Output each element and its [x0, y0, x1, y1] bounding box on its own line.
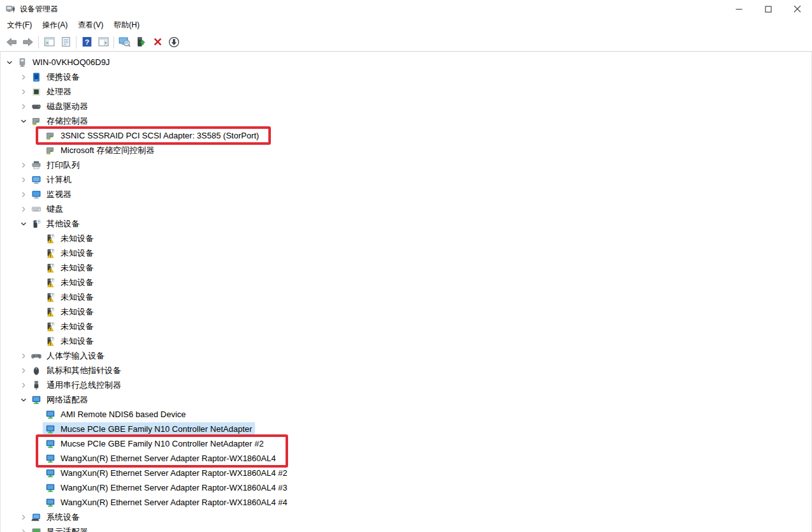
disable-device-button[interactable]: [166, 34, 182, 50]
chevron-collapsed-icon[interactable]: [18, 527, 29, 532]
menu-item[interactable]: 文件(F): [2, 17, 37, 33]
tree-row[interactable]: 通用串行总线控制器: [1, 378, 811, 392]
chevron-collapsed-icon[interactable]: [18, 189, 29, 200]
device-label: 鼠标和其他指针设备: [45, 364, 122, 377]
tree-row[interactable]: 显示适配器: [1, 524, 811, 532]
tree-row[interactable]: 磁盘驱动器: [1, 99, 811, 114]
network-adapter-icon: [31, 395, 41, 405]
device-label: 人体学输入设备: [45, 350, 106, 362]
chevron-collapsed-icon[interactable]: [18, 72, 29, 82]
tree-row[interactable]: 打印队列: [1, 158, 811, 172]
network-adapter-icon: [45, 424, 55, 434]
menu-item[interactable]: 帮助(H): [108, 17, 145, 33]
update-driver-button[interactable]: [133, 34, 149, 50]
tree-row[interactable]: 网络适配器: [1, 392, 811, 407]
tree-row[interactable]: ?未知设备: [1, 231, 811, 246]
chevron-collapsed-icon[interactable]: [18, 175, 29, 185]
chevron-collapsed-icon[interactable]: [18, 101, 29, 112]
tree-row[interactable]: ?未知设备: [1, 246, 811, 260]
tree-row[interactable]: 人体学输入设备: [1, 348, 811, 363]
maximize-icon: [765, 6, 772, 13]
tree-row[interactable]: 系统设备: [1, 510, 811, 524]
tree-row[interactable]: WangXun(R) Ethernet Server Adapter Rapto…: [1, 451, 811, 466]
update-driver-icon: [135, 36, 147, 48]
tree-row[interactable]: WIN-0VKHOQ06D9J: [1, 55, 811, 70]
chevron-collapsed-icon[interactable]: [18, 351, 29, 361]
svg-text:?: ?: [38, 220, 40, 224]
tree-row[interactable]: AMI Remote NDIS6 based Device: [1, 407, 811, 422]
tree-row[interactable]: WangXun(R) Ethernet Server Adapter Rapto…: [1, 480, 811, 495]
chevron-placeholder: [33, 131, 43, 141]
chevron-collapsed-icon[interactable]: [18, 160, 29, 170]
back-button[interactable]: [3, 34, 20, 50]
forward-button[interactable]: [20, 34, 36, 50]
minimize-button[interactable]: [724, 0, 753, 18]
row-content: 键盘: [29, 202, 66, 216]
row-content: 通用串行总线控制器: [29, 378, 124, 392]
network-adapter-icon: [45, 454, 55, 464]
tree-row[interactable]: ?未知设备: [1, 275, 811, 290]
tree-row[interactable]: Microsoft 存储空间控制器: [1, 143, 811, 158]
system-device-icon: [31, 512, 41, 522]
network-adapter-icon: [45, 498, 55, 508]
chevron-collapsed-icon[interactable]: [18, 204, 29, 214]
forward-arrow-icon: [22, 36, 34, 48]
scan-hardware-changes-button[interactable]: [116, 34, 133, 50]
chevron-placeholder: [33, 145, 43, 156]
tree-row[interactable]: ?未知设备: [1, 334, 811, 348]
device-label: WangXun(R) Ethernet Server Adapter Rapto…: [59, 497, 289, 508]
properties-button[interactable]: [57, 34, 74, 50]
device-manager-app-icon: [5, 4, 16, 15]
chevron-expanded-icon[interactable]: [18, 219, 29, 229]
processor-icon: [31, 87, 41, 97]
tree-row[interactable]: 鼠标和其他指针设备: [1, 363, 811, 378]
tree-row[interactable]: ?未知设备: [1, 304, 811, 319]
unknown-device-icon: ?: [45, 248, 55, 258]
row-content: 计算机: [29, 173, 74, 186]
network-adapter-icon: [45, 483, 55, 493]
close-button[interactable]: [783, 0, 812, 18]
scan-hardware-icon: [119, 36, 131, 48]
tree-row[interactable]: ?未知设备: [1, 260, 811, 275]
tree-row[interactable]: 监视器: [1, 187, 811, 202]
row-content: 显示适配器: [29, 525, 91, 532]
maximize-button[interactable]: [753, 0, 783, 18]
show-action-pane-button[interactable]: [95, 34, 112, 50]
tree-row[interactable]: ?未知设备: [1, 319, 811, 334]
show-console-tree-button[interactable]: [41, 34, 57, 50]
chevron-expanded-icon[interactable]: [18, 395, 29, 405]
svg-text:?: ?: [52, 249, 54, 253]
tree-row[interactable]: 键盘: [1, 202, 811, 216]
tree-row[interactable]: ?未知设备: [1, 290, 811, 304]
unknown-device-icon: ?: [45, 292, 55, 302]
title-bar: 设备管理器: [0, 0, 812, 18]
tree-row[interactable]: 计算机: [1, 172, 811, 187]
tree-row[interactable]: ?其他设备: [1, 216, 811, 231]
display-adapter-icon: [31, 527, 41, 532]
menu-item[interactable]: 操作(A): [37, 17, 73, 33]
storage-controller-icon: [31, 116, 41, 126]
device-label: AMI Remote NDIS6 based Device: [59, 409, 187, 420]
uninstall-device-button[interactable]: [149, 34, 166, 50]
tree-row[interactable]: 3SNIC SSSRAID PCI SCSI Adapter: 3S585 (S…: [1, 128, 811, 143]
chevron-collapsed-icon[interactable]: [18, 512, 29, 522]
hid-icon: [31, 351, 41, 361]
chevron-collapsed-icon[interactable]: [18, 366, 29, 376]
help-button[interactable]: ?: [78, 34, 95, 50]
tree-row[interactable]: WangXun(R) Ethernet Server Adapter Rapto…: [1, 466, 811, 480]
tree-row[interactable]: Mucse PCIe GBE Family N10 Controller Net…: [1, 422, 811, 436]
help-icon: ?: [82, 36, 92, 47]
device-label: WangXun(R) Ethernet Server Adapter Rapto…: [59, 453, 277, 464]
device-label: Mucse PCIe GBE Family N10 Controller Net…: [59, 424, 254, 434]
chevron-expanded-icon[interactable]: [4, 57, 15, 68]
chevron-collapsed-icon[interactable]: [18, 380, 29, 390]
menu-item[interactable]: 查看(V): [73, 17, 108, 33]
chevron-expanded-icon[interactable]: [18, 116, 29, 126]
tree-row[interactable]: 存储控制器: [1, 114, 811, 128]
chevron-collapsed-icon[interactable]: [18, 87, 29, 97]
tree-row[interactable]: Mucse PCIe GBE Family N10 Controller Net…: [1, 436, 811, 451]
tree-row[interactable]: WangXun(R) Ethernet Server Adapter Rapto…: [1, 495, 811, 510]
tree-row[interactable]: 便携设备: [1, 70, 811, 84]
tree-row[interactable]: 处理器: [1, 84, 811, 99]
toolbar-separator: [113, 36, 114, 48]
